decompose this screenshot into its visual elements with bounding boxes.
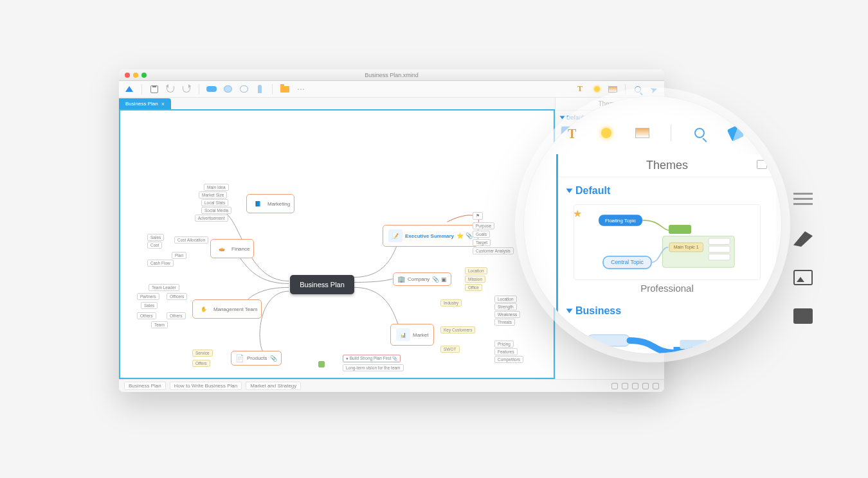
theme-preview-professional[interactable]: ★ Floating Topic Main Topic 1 Central To… xyxy=(574,204,761,280)
subtopic[interactable]: Location xyxy=(465,267,487,274)
branch-products[interactable]: 📄 Products 📎 xyxy=(231,351,282,366)
subtopic[interactable]: Officers xyxy=(167,293,187,300)
branch-marketing[interactable]: 📘 Marketing xyxy=(246,194,294,213)
subtopic-shape-icon[interactable] xyxy=(222,84,233,94)
subtopic[interactable]: Sales xyxy=(147,234,164,241)
subtopic[interactable]: Location xyxy=(494,296,517,303)
branch-label: Marketing xyxy=(267,201,290,207)
branch-label: Finance xyxy=(231,246,249,252)
subtopic[interactable]: Competitors xyxy=(494,356,523,363)
subtopic[interactable]: Plan xyxy=(172,252,186,259)
subtopic[interactable]: Purpose xyxy=(473,222,494,229)
subtopic[interactable]: Sales xyxy=(141,302,158,309)
boundary-shape-icon[interactable] xyxy=(239,84,249,94)
subtopic[interactable]: Others xyxy=(167,312,186,319)
subtopic[interactable]: Features xyxy=(494,348,518,355)
outline-icon[interactable] xyxy=(793,193,813,208)
subtopic[interactable]: Social Media xyxy=(201,207,231,214)
theme-swatch-icon[interactable] xyxy=(608,84,618,94)
subtopic[interactable]: Others xyxy=(137,312,156,319)
branch-executive[interactable]: 📝 Executive Summary ⭐ 📎 xyxy=(383,225,478,247)
save-icon[interactable] xyxy=(149,84,159,94)
subtopic[interactable]: Partners xyxy=(137,293,159,300)
branch-market[interactable]: 📊 Market xyxy=(390,324,434,346)
subtopic[interactable]: Cost xyxy=(147,242,162,249)
subtopic[interactable]: Team xyxy=(151,321,168,328)
folder-icon[interactable] xyxy=(280,84,290,94)
status-icon[interactable] xyxy=(632,383,638,389)
window-titlebar[interactable]: Business Plan.xmind xyxy=(119,69,664,81)
subtopic[interactable]: Advertisement xyxy=(195,215,228,222)
text-style-icon[interactable] xyxy=(575,84,586,94)
subtopic[interactable]: Goals xyxy=(473,231,490,238)
subtopic[interactable]: Target xyxy=(473,239,491,246)
theme-section-business[interactable]: Business xyxy=(558,294,776,324)
image-icon[interactable] xyxy=(793,270,813,285)
status-icon[interactable] xyxy=(653,383,659,389)
toolbar-separator xyxy=(272,84,273,94)
search-icon[interactable] xyxy=(692,125,707,141)
redo-icon[interactable] xyxy=(181,84,192,94)
format-brush-icon[interactable] xyxy=(728,125,743,141)
subtopic[interactable]: Cost Allocation xyxy=(174,236,208,243)
magnified-themes-panel: Themes Default ★ Floating Topic Main Top… xyxy=(556,154,776,353)
subtopic[interactable]: Key Customers xyxy=(440,326,475,333)
more-icon[interactable]: ⋯ xyxy=(296,84,306,94)
subtopic[interactable]: Market Size xyxy=(199,191,227,199)
subtopic[interactable]: Weakness xyxy=(494,311,520,318)
branch-label: Executive Summary xyxy=(405,233,454,239)
floating-callout[interactable]: Long-term vision for the team xyxy=(343,364,404,371)
subtopic[interactable]: Pricing xyxy=(494,341,514,348)
search-icon[interactable] xyxy=(633,84,643,94)
toolbar-separator xyxy=(199,84,199,94)
theme-swatch-icon[interactable] xyxy=(635,125,650,141)
breadcrumb-item[interactable]: Market and Strategy xyxy=(246,382,301,390)
share-icon[interactable]: ➤ xyxy=(649,84,659,94)
subtopic[interactable]: Threats xyxy=(494,319,515,326)
app-logo-icon[interactable] xyxy=(124,84,134,94)
notes-icon[interactable] xyxy=(793,308,813,324)
branch-company[interactable]: 🏢 Company 📎 ▣ xyxy=(393,272,451,286)
floating-callout[interactable]: ● Build Strong Plan First 📎 xyxy=(343,355,401,362)
ideas-icon[interactable] xyxy=(592,84,602,94)
theme-section-default[interactable]: Default xyxy=(558,177,776,204)
subtopic[interactable]: Industry xyxy=(440,299,462,306)
subtopic[interactable]: Customer Analysis xyxy=(473,247,514,254)
favorite-star-icon[interactable]: ★ xyxy=(573,208,582,220)
callout-label[interactable]: ⚑ xyxy=(473,212,483,220)
window-title: Business Plan.xmind xyxy=(119,72,664,78)
subtopic[interactable]: Mission xyxy=(465,276,485,283)
undo-icon[interactable] xyxy=(165,84,176,94)
magnified-toolbar xyxy=(563,122,755,144)
subtopic[interactable]: Main Idea xyxy=(204,184,229,191)
subtopic[interactable]: Local Stats xyxy=(201,199,228,206)
ideas-icon[interactable] xyxy=(599,125,614,141)
status-icon[interactable] xyxy=(642,383,649,389)
subtopic[interactable]: SWOT xyxy=(440,346,460,353)
svg-rect-6 xyxy=(709,254,730,260)
mindmap-canvas[interactable]: Business Plan 📘 Marketing Main Idea Mark… xyxy=(119,109,555,379)
branch-label: Management Team xyxy=(213,306,257,312)
branch-label: Company xyxy=(408,276,429,282)
topic-shape-icon[interactable] xyxy=(206,84,217,94)
branch-finance[interactable]: 🥧 Finance xyxy=(210,239,254,258)
subtopic[interactable]: Offers xyxy=(192,360,210,367)
subtopic[interactable]: Service xyxy=(192,350,213,357)
status-icon[interactable] xyxy=(622,383,628,389)
breadcrumb-item[interactable]: Business Plan xyxy=(124,382,166,390)
subtopic[interactable]: Office xyxy=(465,284,482,291)
relationship-icon[interactable] xyxy=(255,84,265,94)
document-tab[interactable]: Business Plan × xyxy=(119,98,171,109)
format-icon[interactable] xyxy=(793,231,813,247)
tab-close-icon[interactable]: × xyxy=(161,101,165,107)
branch-team[interactable]: ✋ Management Team xyxy=(192,299,262,319)
subtopic[interactable]: Cash Flow xyxy=(147,260,174,267)
status-icon[interactable] xyxy=(611,383,618,389)
subtopic[interactable]: Team Leader xyxy=(149,284,179,291)
panel-options-icon[interactable] xyxy=(757,160,767,169)
central-topic[interactable]: Business Plan xyxy=(290,275,354,294)
breadcrumb-item[interactable]: How to Write Business Plan xyxy=(170,382,242,390)
branch-label: Market xyxy=(413,332,428,338)
marker-icon[interactable] xyxy=(318,361,325,367)
subtopic[interactable]: Strength xyxy=(494,303,517,310)
